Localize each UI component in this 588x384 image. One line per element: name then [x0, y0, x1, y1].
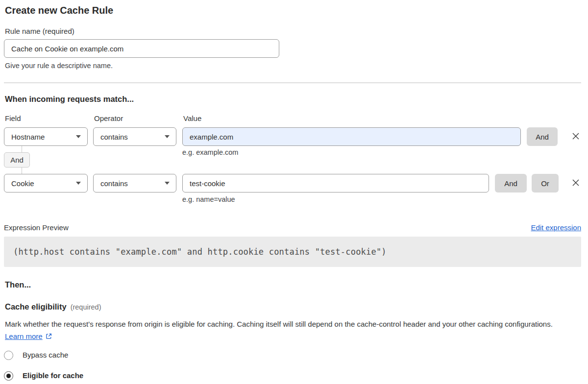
rule-name-input[interactable]: [4, 39, 279, 58]
chevron-down-icon: [76, 182, 81, 185]
field-select-1[interactable]: Hostname: [4, 127, 88, 146]
radio-button-eligible-for-cache[interactable]: [4, 371, 13, 381]
create-cache-rule-form: Create new Cache Rule Rule name (require…: [0, 0, 588, 381]
field-select-2-value: Cookie: [11, 179, 34, 188]
operator-select-2[interactable]: contains: [93, 174, 176, 192]
expression-code: (http.host contains "example.com" and ht…: [4, 237, 581, 267]
value-input-1[interactable]: [182, 127, 521, 146]
value-hint-1: e.g. example.com: [182, 148, 238, 157]
edit-expression-link[interactable]: Edit expression: [531, 223, 581, 232]
learn-more-link[interactable]: Learn more: [5, 332, 43, 340]
value-hint-2: e.g. name=value: [182, 195, 581, 204]
cache-eligibility-heading: Cache eligibility: [5, 302, 67, 312]
add-or-condition-button-2[interactable]: Or: [532, 174, 559, 192]
add-and-condition-button-1[interactable]: And: [527, 127, 558, 146]
radio-option-bypass-cache[interactable]: Bypass cache: [4, 350, 581, 360]
field-column-label: Field: [4, 114, 93, 123]
rule-name-label: Rule name (required): [5, 27, 581, 36]
operator-column-label: Operator: [93, 114, 182, 123]
section-divider: [4, 82, 581, 83]
expression-preview-header: Expression Preview Edit expression: [4, 223, 581, 232]
condition-row-1: Hostname contains And: [4, 127, 581, 146]
then-heading: Then...: [5, 280, 581, 289]
operator-select-2-value: contains: [100, 179, 128, 188]
close-icon: [571, 131, 581, 143]
radio-label-eligible-for-cache: Eligible for cache: [23, 371, 83, 381]
close-icon: [571, 178, 581, 189]
cache-eligibility-heading-row: Cache eligibility (required): [4, 302, 581, 312]
match-heading: When incoming requests match...: [5, 94, 581, 104]
external-link-icon: [45, 333, 52, 341]
page-title: Create new Cache Rule: [5, 4, 581, 17]
remove-condition-button-1[interactable]: [570, 131, 581, 142]
field-select-2[interactable]: Cookie: [4, 174, 88, 192]
field-select-1-value: Hostname: [11, 133, 45, 141]
add-and-condition-button-2[interactable]: And: [495, 174, 527, 192]
radio-option-eligible-for-cache[interactable]: Eligible for cache: [4, 371, 581, 381]
condition-connector-zone: e.g. example.com And: [4, 146, 581, 174]
operator-select-1-value: contains: [100, 133, 128, 141]
chevron-down-icon: [76, 135, 81, 138]
radio-button-bypass-cache[interactable]: [4, 351, 13, 360]
radio-dot: [6, 374, 11, 378]
condition-column-labels: Field Operator Value: [4, 114, 581, 123]
chevron-down-icon: [165, 182, 170, 185]
expression-preview-label: Expression Preview: [4, 223, 69, 232]
chevron-down-icon: [165, 135, 170, 138]
remove-condition-button-2[interactable]: [570, 178, 581, 189]
rule-name-help: Give your rule a descriptive name.: [5, 61, 581, 70]
value-input-2[interactable]: [182, 174, 489, 192]
condition-row-2: Cookie contains And Or: [4, 174, 581, 192]
description-text: Mark whether the request’s response from…: [5, 320, 553, 328]
radio-label-bypass-cache: Bypass cache: [23, 350, 68, 360]
cache-eligibility-description: Mark whether the request’s response from…: [5, 318, 573, 343]
operator-select-1[interactable]: contains: [93, 127, 176, 146]
value-column-label: Value: [182, 114, 201, 123]
required-badge: (required): [71, 303, 101, 311]
connector-and-chip[interactable]: And: [4, 152, 30, 168]
